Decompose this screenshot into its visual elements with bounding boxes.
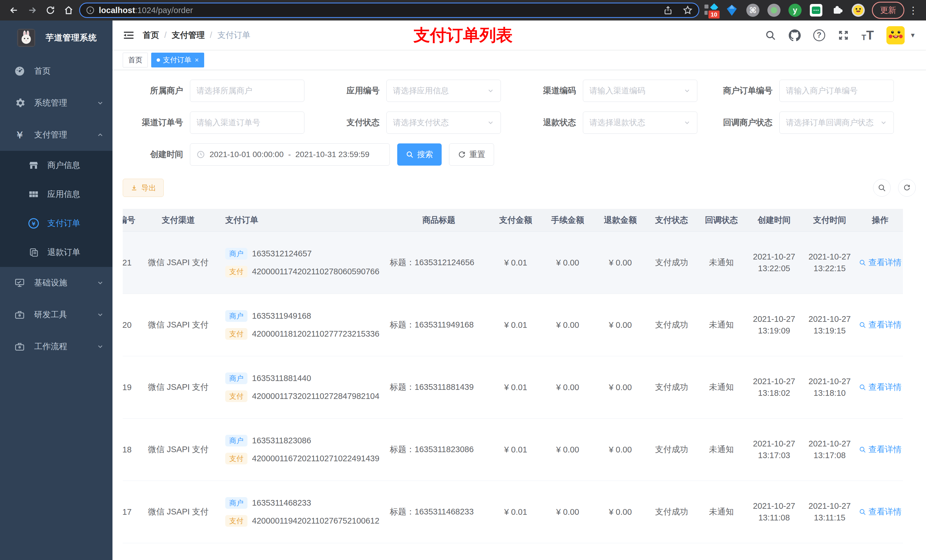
col-amount: 支付金额: [490, 214, 541, 226]
extensions-puzzle-icon[interactable]: [830, 3, 844, 17]
view-detail-link[interactable]: 查看详情: [859, 257, 902, 268]
merchant-field[interactable]: [197, 86, 298, 95]
export-button[interactable]: 导出: [123, 179, 164, 197]
breadcrumb-home[interactable]: 首页: [143, 30, 159, 41]
sidebar-item-app-info[interactable]: 应用信息: [0, 180, 112, 209]
merchant-order-input[interactable]: [779, 80, 894, 102]
documents-icon: [27, 248, 40, 257]
share-icon[interactable]: [663, 5, 673, 15]
sidebar-item-merchant-info[interactable]: 商户信息: [0, 151, 112, 180]
view-detail-link[interactable]: 查看详情: [859, 444, 902, 455]
table-row: 商户1635311351736: [123, 543, 903, 560]
cell-status: 支付成功: [647, 382, 696, 393]
date-end[interactable]: 2021-10-31 23:59:59: [295, 150, 369, 159]
search-icon[interactable]: [765, 30, 776, 41]
view-detail-link[interactable]: 查看详情: [859, 319, 902, 331]
extension-emoji-icon[interactable]: [851, 3, 865, 17]
sidebar-item-refund-order[interactable]: 退款订单: [0, 238, 112, 267]
merchant-order-field[interactable]: [786, 86, 887, 95]
url-text: localhost:1024/pay/order: [99, 6, 193, 15]
cell-pay-time: 2021-10-2713:11:15: [802, 500, 857, 524]
extension-y-icon[interactable]: y: [788, 3, 802, 17]
user-avatar[interactable]: [887, 26, 905, 44]
table-row: 21 微信 JSAPI 支付 商户1635312124657 支付4200001…: [123, 232, 903, 294]
cell-id: 19: [123, 383, 140, 392]
url-host: localhost: [99, 6, 135, 15]
github-icon[interactable]: [789, 29, 801, 41]
chevron-down-icon: [97, 99, 104, 107]
pay-tag: 支付: [225, 390, 247, 402]
cell-amount: ¥ 0.01: [490, 507, 541, 517]
date-start[interactable]: 2021-10-01 00:00:00: [210, 150, 284, 159]
show-search-toggle-button[interactable]: [873, 179, 891, 197]
sidebar-item-infrastructure[interactable]: 基础设施: [0, 267, 112, 299]
breadcrumb-section[interactable]: 支付管理: [172, 30, 205, 41]
app-field[interactable]: [393, 86, 485, 95]
view-detail-link[interactable]: 查看详情: [859, 506, 902, 518]
site-info-icon[interactable]: [86, 6, 95, 15]
browser-forward-button[interactable]: [24, 3, 40, 18]
sidebar-item-label: 研发工具: [34, 309, 67, 320]
tab-home[interactable]: 首页: [123, 53, 148, 68]
font-size-icon[interactable]: TT: [862, 29, 874, 42]
merchant-tag: 商户: [225, 248, 247, 260]
bookmark-star-icon[interactable]: [682, 5, 693, 15]
extension-command-icon[interactable]: ⌘: [746, 3, 760, 17]
channel-code-field[interactable]: [589, 86, 681, 95]
sidebar-item-pay-order[interactable]: ￥ 支付订单: [0, 209, 112, 238]
date-range-picker[interactable]: 2021-10-01 00:00:00 - 2021-10-31 23:59:5…: [190, 143, 390, 166]
pay-tag: 支付: [225, 266, 247, 278]
cell-notify: 未通知: [696, 382, 746, 393]
date-separator: -: [288, 150, 291, 159]
callback-status-select[interactable]: [779, 112, 894, 134]
browser-back-button[interactable]: [6, 3, 22, 18]
refresh-table-button[interactable]: [898, 179, 916, 197]
sidebar-item-home[interactable]: 首页: [0, 55, 112, 87]
extension-diamond-icon[interactable]: 10: [704, 3, 717, 17]
callback-status-field[interactable]: [786, 118, 878, 127]
refund-status-select[interactable]: [583, 112, 698, 134]
cell-refund: ¥ 0.00: [594, 258, 647, 267]
extension-kite-icon[interactable]: [725, 3, 738, 17]
fullscreen-icon[interactable]: [838, 30, 849, 41]
extension-record-icon[interactable]: [767, 3, 781, 17]
sidebar-item-system[interactable]: 系统管理: [0, 87, 112, 119]
page-title: 支付订单列表: [413, 24, 513, 46]
cell-create-time: 2021-10-2713:11:08: [746, 500, 802, 524]
browser-reload-button[interactable]: [43, 3, 58, 18]
merchant-order-no: 1635311881440: [252, 374, 311, 383]
url-bar[interactable]: localhost:1024/pay/order: [79, 3, 699, 18]
close-tab-icon[interactable]: ×: [195, 56, 199, 64]
forward-arrow-icon: [27, 5, 37, 15]
avatar-caret-icon[interactable]: ▾: [911, 31, 915, 39]
table-row: 17 微信 JSAPI 支付 商户1635311468233 支付4200001…: [123, 481, 903, 543]
search-button[interactable]: 搜索: [397, 143, 442, 166]
pay-status-field[interactable]: [393, 118, 485, 127]
app-select[interactable]: [386, 80, 501, 102]
channel-order-input[interactable]: [190, 112, 304, 134]
breadcrumb-current: 支付订单: [217, 30, 250, 41]
browser-update-button[interactable]: 更新: [872, 2, 904, 19]
tab-pay-order[interactable]: 支付订单 ×: [151, 53, 204, 68]
sidebar: 芋道管理系统 首页 系统管理 ￥ 支付管理: [0, 21, 112, 560]
browser-menu-icon[interactable]: ⋮: [906, 5, 920, 16]
merchant-input[interactable]: [190, 80, 304, 102]
reset-button[interactable]: 重置: [449, 143, 494, 166]
channel-code-select[interactable]: [583, 80, 698, 102]
refund-status-field[interactable]: [589, 118, 681, 127]
content-area: 所属商户 应用编号 渠道编码: [112, 70, 926, 560]
channel-order-field[interactable]: [197, 118, 298, 127]
browser-home-button[interactable]: [61, 3, 76, 18]
sidebar-item-dev-tools[interactable]: 研发工具: [0, 299, 112, 331]
sidebar-item-payment[interactable]: ￥ 支付管理: [0, 119, 112, 151]
extension-chat-icon[interactable]: [809, 3, 823, 17]
monitor-check-icon: [13, 278, 26, 288]
sidebar-item-label: 商户信息: [47, 160, 80, 171]
collapse-menu-icon[interactable]: [123, 29, 135, 41]
pay-status-select[interactable]: [386, 112, 501, 134]
view-detail-link[interactable]: 查看详情: [859, 382, 902, 393]
sidebar-item-workflow[interactable]: 工作流程: [0, 331, 112, 362]
help-icon[interactable]: ?: [813, 29, 825, 41]
logo[interactable]: 芋道管理系统: [0, 21, 112, 55]
merchant-order-no: 1635311468233: [252, 498, 311, 508]
